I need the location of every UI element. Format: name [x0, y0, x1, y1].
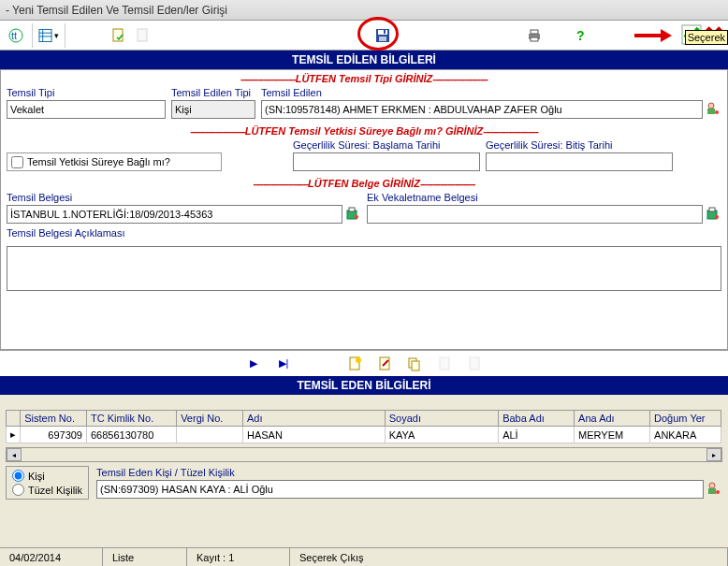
help-icon[interactable]: ?	[571, 25, 591, 46]
blank-doc-icon[interactable]	[436, 356, 453, 372]
svg-rect-9	[378, 30, 387, 35]
col-adi[interactable]: Adı	[242, 411, 385, 427]
label-temsil-tipi: Temsil Tipi	[7, 87, 166, 98]
svg-point-35	[709, 483, 715, 488]
label-temsil-belgesi: Temsil Belgesi	[7, 192, 361, 203]
sign-doc-icon[interactable]	[133, 25, 153, 46]
cell-ana: MERYEM	[575, 427, 650, 443]
cell-adi: HASAN	[242, 427, 385, 443]
input-temsil-edilen-tipi[interactable]	[171, 100, 255, 119]
svg-rect-34	[470, 357, 479, 370]
svg-point-29	[356, 357, 361, 363]
lookup-temsil-eden-icon[interactable]	[706, 480, 722, 497]
col-soyadi[interactable]: Soyadı	[385, 411, 498, 427]
svg-rect-33	[440, 357, 449, 370]
refresh-doc-icon[interactable]	[109, 25, 129, 46]
status-bar: 04/02/2014 Liste Kayıt : 1 Seçerek Çıkış	[0, 547, 728, 566]
copy-doc-icon[interactable]	[406, 356, 423, 372]
svg-rect-23	[349, 208, 355, 211]
col-baba[interactable]: Baba Adı	[499, 411, 575, 427]
svg-rect-7	[138, 29, 147, 41]
lookup-person-icon[interactable]	[705, 100, 721, 117]
blank-doc2-icon[interactable]	[466, 356, 483, 372]
scroll-right-icon[interactable]: ▸	[706, 448, 721, 461]
chevron-down-icon: ▾	[54, 31, 59, 40]
cell-tc: 66856130780	[87, 427, 177, 443]
window-titlebar: - Yeni Temsil Edilen Ve Temsil Eden/ler …	[0, 0, 728, 21]
lookup-belge-icon[interactable]	[344, 205, 361, 222]
svg-text:tt: tt	[11, 30, 17, 41]
input-temsil-eden-kisi[interactable]	[96, 480, 704, 499]
input-temsil-edilen[interactable]	[261, 100, 703, 119]
nav-next-icon[interactable]: ▶	[245, 356, 262, 372]
input-aciklama[interactable]	[7, 246, 721, 291]
svg-rect-20	[707, 109, 715, 114]
edit-doc-icon[interactable]	[376, 356, 393, 372]
input-bitis[interactable]	[486, 152, 673, 171]
svg-rect-14	[531, 37, 538, 41]
status-secerek: Seçerek Çıkış	[290, 548, 728, 566]
tooltip-secerek: Seçerek	[685, 30, 728, 45]
app-logo-icon[interactable]: tt	[6, 25, 26, 46]
temsil-eden-table: Sistem No. TC Kimlik No. Vergi No. Adı S…	[6, 410, 721, 443]
svg-point-37	[716, 490, 720, 494]
label-baslama: Geçerlilik Süresi: Başlama Tarihi	[293, 139, 480, 151]
svg-rect-10	[379, 36, 386, 41]
svg-rect-32	[412, 361, 419, 370]
label-bitis: Geçerlilik Süresi: Bitiş Tarihi	[486, 139, 673, 151]
banner-temsil-eden: TEMSİL EDEN BİLGİLERİ	[0, 376, 728, 395]
cell-vergi	[177, 427, 243, 443]
col-dogum[interactable]: Doğum Yer	[650, 411, 721, 427]
checkbox-sureye-bagli[interactable]	[11, 156, 23, 168]
svg-marker-17	[661, 29, 672, 42]
person-type-radiogroup: Kişi Tüzel Kişilik	[6, 466, 89, 500]
radio-tuzel[interactable]: Tüzel Kişilik	[12, 484, 82, 496]
arrow-annotation	[634, 26, 672, 45]
cell-baba: ALİ	[499, 427, 575, 443]
scroll-left-icon[interactable]: ◂	[7, 448, 22, 461]
svg-point-21	[715, 110, 719, 114]
new-doc-icon[interactable]	[346, 356, 363, 372]
col-tc[interactable]: TC Kimlik No.	[87, 411, 177, 427]
status-mode: Liste	[103, 548, 187, 566]
svg-rect-13	[531, 30, 538, 34]
label-temsil-edilen: Temsil Edilen	[261, 87, 721, 98]
label-temsil-eden-kisi: Temsil Eden Kişi / Tüzel Kişilik	[96, 467, 722, 478]
nav-last-icon[interactable]: ▶|	[275, 356, 292, 372]
lookup-ek-icon[interactable]	[705, 205, 721, 222]
svg-point-24	[355, 215, 358, 219]
svg-point-27	[715, 215, 719, 219]
input-ek-vekalet[interactable]	[367, 205, 703, 224]
input-baslama[interactable]	[293, 152, 480, 171]
radio-tuzel-label: Tüzel Kişilik	[28, 485, 82, 496]
input-temsil-belgesi[interactable]	[7, 205, 342, 224]
radio-kisi-label: Kişi	[28, 471, 45, 482]
input-temsil-tipi[interactable]	[7, 100, 166, 119]
row-indicator: ▸	[7, 427, 21, 443]
cell-sistem: 697309	[21, 427, 87, 443]
radio-kisi[interactable]: Kişi	[12, 470, 82, 482]
status-kayit: Kayıt : 1	[187, 548, 290, 566]
col-ana[interactable]: Ana Adı	[575, 411, 650, 427]
svg-rect-11	[384, 30, 386, 34]
save-icon[interactable]	[372, 25, 393, 46]
nav-toolbar: ▶ ▶|	[0, 350, 728, 376]
label-temsil-edilen-tipi: Temsil Edilen Tipi	[171, 87, 255, 98]
table-row[interactable]: ▸ 697309 66856130780 HASAN KAYA ALİ MERY…	[7, 427, 721, 443]
label-sureye-bagli: Temsil Yetkisi Süreye Bağlı mı?	[27, 156, 170, 167]
status-date: 04/02/2014	[0, 548, 103, 566]
label-ek-vekalet: Ek Vekaletname Belgesi	[367, 192, 721, 203]
banner-temsil-edilen: TEMSİL EDİLEN BİLGİLERİ	[0, 51, 728, 69]
cell-soyadi: KAYA	[385, 427, 498, 443]
print-icon[interactable]	[524, 25, 545, 46]
legend-belge: LÜTFEN Belge GİRİNİZ	[1, 175, 727, 192]
grid-icon[interactable]: ▾	[38, 25, 59, 46]
svg-rect-36	[708, 488, 716, 494]
col-sistem[interactable]: Sistem No.	[21, 411, 87, 427]
main-toolbar: tt ▾ ?	[0, 21, 728, 51]
legend-yetki: LÜTFEN Temsil Yetkisi Süreye Bağlı mı? G…	[1, 123, 727, 139]
col-vergi[interactable]: Vergi No.	[177, 411, 243, 427]
horizontal-scrollbar[interactable]: ◂ ▸	[6, 447, 722, 462]
svg-point-19	[708, 103, 714, 109]
label-aciklama: Temsil Belgesi Açıklaması	[7, 227, 721, 239]
